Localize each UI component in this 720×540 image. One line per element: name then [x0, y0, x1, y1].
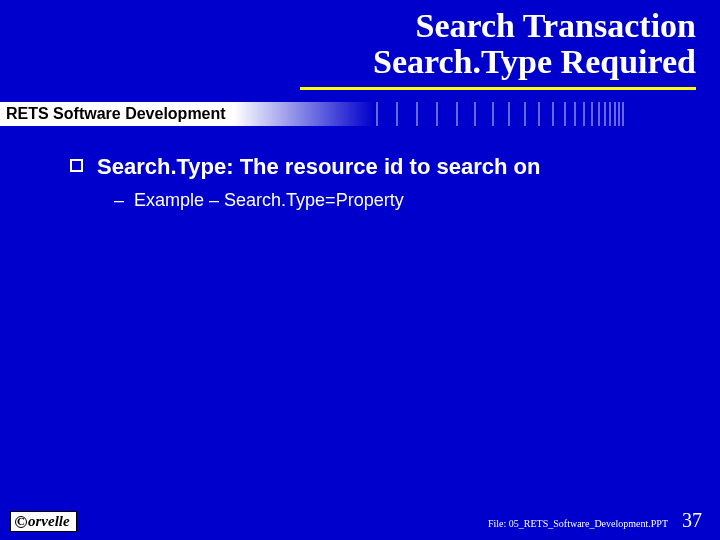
dash-bullet-icon: –: [114, 190, 124, 212]
copyright-icon: C: [15, 516, 27, 528]
bullet-text: Search.Type: The resource id to search o…: [97, 154, 540, 180]
slide-title: Search Transaction Search.Type Required: [0, 0, 720, 85]
bullet-item: Search.Type: The resource id to search o…: [70, 154, 680, 180]
file-label: File: 05_RETS_Software_Development.PPT: [488, 518, 668, 529]
title-line-1: Search Transaction: [24, 8, 696, 44]
sub-bullet-text: Example – Search.Type=Property: [134, 190, 404, 211]
page-number: 37: [682, 509, 702, 532]
subtitle-decorative-bars: [374, 102, 720, 126]
subtitle-text: RETS Software Development: [0, 102, 234, 126]
square-bullet-icon: [70, 159, 83, 172]
slide-body: Search.Type: The resource id to search o…: [0, 126, 720, 212]
title-underline: [300, 87, 696, 90]
logo-badge: Corvelle: [10, 511, 77, 532]
title-line-2: Search.Type Required: [24, 44, 696, 80]
slide-footer: Corvelle File: 05_RETS_Software_Developm…: [0, 509, 720, 532]
subtitle-gradient: [234, 102, 374, 126]
sub-bullet-item: – Example – Search.Type=Property: [114, 190, 680, 212]
subtitle-bar: RETS Software Development: [0, 102, 720, 126]
footer-right: File: 05_RETS_Software_Development.PPT 3…: [488, 509, 702, 532]
logo-text: orvelle: [28, 513, 70, 530]
